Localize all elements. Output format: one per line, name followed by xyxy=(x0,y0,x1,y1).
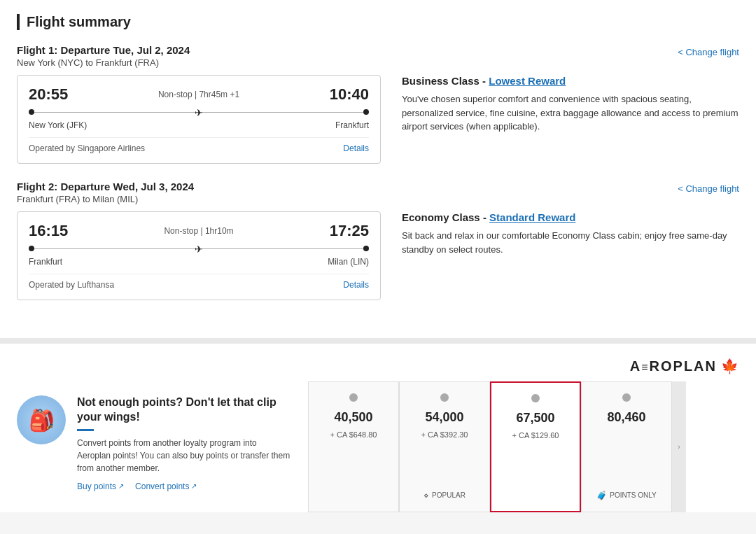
points-dot-2 xyxy=(531,394,540,402)
flight-2-arrive-time: 17:25 xyxy=(330,222,369,240)
points-ca-1: + CA $392.30 xyxy=(421,430,468,439)
flight-1-route: New York (NYC) to Frankfurt (FRA) xyxy=(17,57,190,68)
points-amount-0: 40,500 xyxy=(334,410,372,425)
flight-2-class-info: Economy Class - Standard Reward Sit back… xyxy=(402,211,739,256)
points-dot-3 xyxy=(622,393,631,402)
points-ca-0: + CA $648.80 xyxy=(330,430,377,439)
points-badge-1: ⋄POPULAR xyxy=(424,491,465,500)
promo-desc: Convert points from another loyalty prog… xyxy=(77,437,291,475)
buy-points-link[interactable]: Buy points ↗ xyxy=(77,482,124,491)
aeroplan-logo: A≡ROPLAN 🍁 xyxy=(17,358,739,374)
badge-icon-1: ⋄ xyxy=(424,491,429,500)
bottom-section: A≡ROPLAN 🍁 🎒 Not enough points? Don't le… xyxy=(0,344,756,512)
points-option-3[interactable]: 80,460🧳POINTS ONLY xyxy=(581,381,672,512)
points-option-2[interactable]: 67,500+ CA $129.60 xyxy=(490,381,581,512)
flight-1-details-link[interactable]: Details xyxy=(343,143,369,153)
route-start-dot xyxy=(29,109,34,115)
flight-2-block: Flight 2: Departure Wed, Jul 3, 2024 Fra… xyxy=(17,181,739,300)
aeroplan-logo-text: A≡ROPLAN xyxy=(630,358,717,374)
flight-1-class-desc: You've chosen superior comfort and conve… xyxy=(402,92,739,134)
route-end-dot-2 xyxy=(363,246,369,251)
badge-label-3: POINTS ONLY xyxy=(610,491,657,499)
flight-2-depart-time: 16:15 xyxy=(29,222,68,240)
flight-2-card: 16:15 Non-stop | 1hr10m 17:25 ✈ Frankfur… xyxy=(17,211,381,300)
flight-1-class-link[interactable]: Lowest Reward xyxy=(489,75,566,87)
promo-links: Buy points ↗ Convert points ↗ xyxy=(77,482,291,491)
aeroplan-header: A≡ROPLAN 🍁 xyxy=(0,358,756,381)
points-amount-1: 54,000 xyxy=(425,410,463,425)
flight-2-info: Non-stop | 1hr10m xyxy=(164,226,233,236)
flight-1-arrive-time: 10:40 xyxy=(330,85,369,104)
points-dot-1 xyxy=(440,393,449,402)
promo-section: 🎒 Not enough points? Don't let that clip… xyxy=(0,381,308,512)
flight-2-class-title: Economy Class - Standard Reward xyxy=(402,211,739,223)
points-option-0[interactable]: 40,500+ CA $648.80 xyxy=(308,381,399,512)
points-amount-3: 80,460 xyxy=(607,410,645,425)
convert-points-link[interactable]: Convert points ↗ xyxy=(135,482,197,491)
flight-2-class-link[interactable]: Standard Reward xyxy=(489,211,575,223)
flight-2-details-link[interactable]: Details xyxy=(343,280,369,290)
promo-text: Not enough points? Don't let that clip y… xyxy=(77,395,291,491)
points-amount-2: 67,500 xyxy=(516,411,554,426)
promo-divider xyxy=(77,429,94,431)
flight-1-class-info: Business Class - Lowest Reward You've ch… xyxy=(402,75,739,134)
external-link-icon: ↗ xyxy=(118,482,124,490)
bottom-content: 🎒 Not enough points? Don't let that clip… xyxy=(0,381,756,512)
flight-1-depart-time: 20:55 xyxy=(29,85,68,104)
flight-2-route: Frankfurt (FRA) to Milan (MIL) xyxy=(17,194,194,204)
flight-1-operator: Operated by Singapore Airlines xyxy=(29,143,145,153)
flight-2-operator: Operated by Lufthansa xyxy=(29,280,114,290)
points-badge-3: 🧳POINTS ONLY xyxy=(596,491,657,500)
flight-1-class-title: Business Class - Lowest Reward xyxy=(402,75,739,87)
flight-1-block: Flight 1: Departure Tue, Jul 2, 2024 New… xyxy=(17,44,739,164)
plane-icon-2: ✈ xyxy=(195,244,203,255)
maple-leaf-icon: 🍁 xyxy=(721,358,739,374)
points-dot-0 xyxy=(349,393,358,402)
points-options: 40,500+ CA $648.8054,000+ CA $392.30⋄POP… xyxy=(308,381,756,512)
plane-icon: ✈ xyxy=(195,107,203,118)
badge-label-1: POPULAR xyxy=(432,491,465,499)
points-option-1[interactable]: 54,000+ CA $392.30⋄POPULAR xyxy=(399,381,490,512)
route-end-dot xyxy=(363,109,369,115)
flight-2-destination: Milan (LIN) xyxy=(328,257,369,267)
flight-1-info: Non-stop | 7hr45m +1 xyxy=(158,90,239,99)
points-ca-2: + CA $129.60 xyxy=(512,431,559,440)
overflow-indicator: › xyxy=(672,381,686,512)
page-title: Flight summary xyxy=(17,14,739,30)
flight-1-card: 20:55 Non-stop | 7hr45m +1 10:40 ✈ New Y… xyxy=(17,75,381,164)
flight-2-origin: Frankfurt xyxy=(29,257,62,267)
change-flight-2-button[interactable]: < Change flight xyxy=(678,183,739,194)
flight-1-origin: New York (JFK) xyxy=(29,120,87,130)
badge-icon-3: 🧳 xyxy=(596,491,607,500)
flight-1-destination: Frankfurt xyxy=(335,120,369,130)
promo-title: Not enough points? Don't let that clip y… xyxy=(77,395,291,425)
change-flight-1-button[interactable]: < Change flight xyxy=(678,47,739,57)
promo-icon: 🎒 xyxy=(17,395,66,444)
route-start-dot-2 xyxy=(29,246,34,251)
flight-2-label: Flight 2: Departure Wed, Jul 3, 2024 xyxy=(17,181,194,192)
flight-2-class-desc: Sit back and relax in our comfortable Ec… xyxy=(402,229,739,256)
external-link-icon-2: ↗ xyxy=(191,482,197,490)
flight-1-label: Flight 1: Departure Tue, Jul 2, 2024 xyxy=(17,44,190,56)
